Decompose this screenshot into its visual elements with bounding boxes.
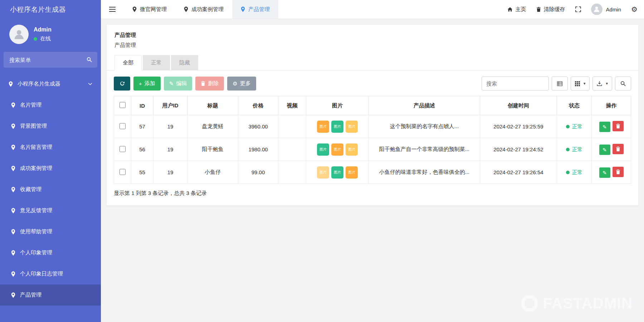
pin-icon bbox=[11, 166, 15, 171]
clear-cache-link[interactable]: 清除缓存 bbox=[536, 6, 565, 13]
panel-body: +添加 ✎编辑 删除 ⚙更多 ▾ ▾ bbox=[107, 70, 638, 205]
table-header-row: ID用户ID标题价格视频图片产品描述创建时间状态操作 bbox=[114, 96, 631, 115]
cell-actions: ✎ bbox=[592, 115, 631, 138]
toggle-view-button[interactable] bbox=[552, 77, 568, 91]
trash-icon bbox=[616, 169, 620, 175]
sidebar-item-3[interactable]: 成功案例管理 bbox=[0, 158, 101, 179]
filter-tab-2[interactable]: 隐藏 bbox=[171, 55, 198, 70]
topbar-right: 主页 清除缓存 Admin ⚙ bbox=[507, 4, 644, 15]
row-checkbox[interactable] bbox=[119, 169, 126, 175]
person-icon bbox=[9, 29, 29, 40]
sidebar-item-9[interactable]: 产品管理 bbox=[0, 284, 101, 306]
image-thumbnail[interactable]: 图片 bbox=[346, 166, 358, 179]
table-tools: ▾ ▾ bbox=[482, 77, 631, 91]
sidebar-item-1[interactable]: 背景图管理 bbox=[0, 116, 101, 137]
column-header[interactable]: 用户ID bbox=[153, 96, 187, 115]
topbar-tab-label: 成功案例管理 bbox=[191, 6, 224, 13]
edit-toolbar-button[interactable]: ✎编辑 bbox=[164, 77, 192, 91]
table-row: 5519小鱼仔99.00图片图片图片小鱼仔的味道非常好，色香味俱全的...202… bbox=[114, 161, 631, 184]
sidebar-item-2[interactable]: 名片留言管理 bbox=[0, 137, 101, 158]
watermark-logo-icon bbox=[521, 295, 538, 312]
columns-button[interactable]: ▾ bbox=[571, 77, 590, 91]
edit-button[interactable]: ✎ bbox=[599, 167, 610, 178]
delete-button[interactable] bbox=[613, 167, 624, 177]
sidebar-item-5[interactable]: 意见反馈管理 bbox=[0, 200, 101, 221]
image-thumbnail[interactable]: 图片 bbox=[346, 143, 358, 156]
image-thumbnail[interactable]: 图片 bbox=[331, 121, 343, 133]
cell-video bbox=[278, 115, 306, 138]
column-header[interactable]: 产品描述 bbox=[369, 96, 480, 115]
image-thumbnail[interactable]: 图片 bbox=[317, 121, 329, 133]
column-header[interactable]: 图片 bbox=[306, 96, 369, 115]
filter-tab-1[interactable]: 正常 bbox=[143, 55, 170, 70]
menu-toggle-icon[interactable] bbox=[101, 7, 124, 12]
home-icon bbox=[507, 7, 513, 12]
online-dot bbox=[34, 37, 37, 41]
sidebar-item-6[interactable]: 使用帮助管理 bbox=[0, 221, 101, 242]
more-button[interactable]: ⚙更多 bbox=[227, 77, 256, 91]
pencil-icon: ✎ bbox=[602, 124, 607, 130]
topbar-tab-1[interactable]: 成功案例管理 bbox=[175, 0, 232, 19]
image-thumbnail-label: 图片 bbox=[348, 147, 355, 152]
column-header[interactable]: 状态 bbox=[557, 96, 592, 115]
home-link[interactable]: 主页 bbox=[507, 6, 526, 13]
sidebar-item-7[interactable]: 个人印象管理 bbox=[0, 242, 101, 263]
row-checkbox[interactable] bbox=[119, 146, 126, 152]
filter-tab-0[interactable]: 全部 bbox=[114, 55, 142, 70]
column-header[interactable]: 创建时间 bbox=[480, 96, 557, 115]
image-thumbnail[interactable]: 图片 bbox=[317, 143, 329, 156]
sidebar-item-4[interactable]: 收藏管理 bbox=[0, 179, 101, 200]
pin-icon bbox=[132, 6, 137, 12]
topbar-user-label: Admin bbox=[606, 6, 621, 13]
delete-toolbar-button[interactable]: 删除 bbox=[195, 77, 224, 91]
menu-search-input[interactable] bbox=[4, 52, 97, 68]
column-header[interactable]: 标题 bbox=[187, 96, 238, 115]
search-submit-button[interactable] bbox=[615, 77, 631, 91]
column-header[interactable]: 价格 bbox=[238, 96, 278, 115]
fullscreen-icon[interactable] bbox=[575, 6, 581, 12]
select-all-checkbox[interactable] bbox=[119, 102, 126, 108]
filter-tab-label: 全部 bbox=[123, 59, 133, 65]
clear-cache-label: 清除缓存 bbox=[544, 6, 565, 13]
table-row: 5619阳干鲍鱼1980.00图片图片图片阳干鲍鱼产自一个非常高级的预制菜...… bbox=[114, 138, 631, 161]
image-thumbnail[interactable]: 图片 bbox=[317, 166, 329, 179]
image-thumbnail[interactable]: 图片 bbox=[331, 143, 343, 156]
gear-icon[interactable]: ⚙ bbox=[631, 5, 638, 14]
sidebar-item-0[interactable]: 名片管理 bbox=[0, 94, 101, 116]
cell-title: 小鱼仔 bbox=[187, 161, 238, 184]
column-header[interactable]: 视频 bbox=[278, 96, 306, 115]
sidebar-item-8[interactable]: 个人印象日志管理 bbox=[0, 263, 101, 284]
table-search-input[interactable] bbox=[482, 77, 549, 91]
topbar-user[interactable]: Admin bbox=[591, 4, 621, 15]
topbar-tab-2[interactable]: 产品管理 bbox=[232, 0, 278, 19]
pencil-icon: ✎ bbox=[169, 80, 174, 87]
column-header[interactable]: ID bbox=[131, 96, 153, 115]
delete-button[interactable] bbox=[613, 121, 624, 131]
image-thumbnail-label: 图片 bbox=[319, 124, 327, 129]
pin-icon bbox=[11, 208, 15, 214]
sidebar-menu: 小程序名片生成器 名片管理背景图管理名片留言管理成功案例管理收藏管理意见反馈管理… bbox=[0, 73, 101, 322]
edit-button[interactable]: ✎ bbox=[599, 145, 610, 155]
column-header[interactable]: 操作 bbox=[592, 96, 631, 115]
table-body: 5719盘龙黄鳝3960.00图片图片图片这个预制菜的名字有点唬人...2024… bbox=[114, 115, 631, 184]
menu-search bbox=[4, 52, 97, 68]
refresh-button[interactable] bbox=[114, 77, 130, 91]
sidebar-root-item[interactable]: 小程序名片生成器 bbox=[0, 73, 101, 94]
search-icon[interactable] bbox=[87, 57, 92, 62]
cell-video bbox=[278, 138, 306, 161]
image-thumbnail[interactable]: 图片 bbox=[346, 121, 358, 133]
table-view-icon bbox=[557, 81, 562, 86]
image-thumbnail[interactable]: 图片 bbox=[331, 166, 343, 179]
main-area: 微官网管理成功案例管理产品管理 主页 清除缓存 Admin ⚙ bbox=[101, 0, 644, 322]
cell-status: 正常 bbox=[557, 138, 592, 161]
add-button[interactable]: +添加 bbox=[133, 77, 161, 91]
delete-button[interactable] bbox=[613, 144, 624, 154]
edit-button[interactable]: ✎ bbox=[599, 122, 610, 132]
user-avatar[interactable] bbox=[9, 25, 29, 44]
status-dot bbox=[566, 171, 570, 174]
image-thumbnail-label: 图片 bbox=[334, 147, 341, 152]
topbar-tab-0[interactable]: 微官网管理 bbox=[124, 0, 175, 19]
row-checkbox[interactable] bbox=[119, 123, 126, 129]
export-button[interactable]: ▾ bbox=[592, 77, 612, 91]
user-meta: Admin 在线 bbox=[34, 26, 52, 42]
